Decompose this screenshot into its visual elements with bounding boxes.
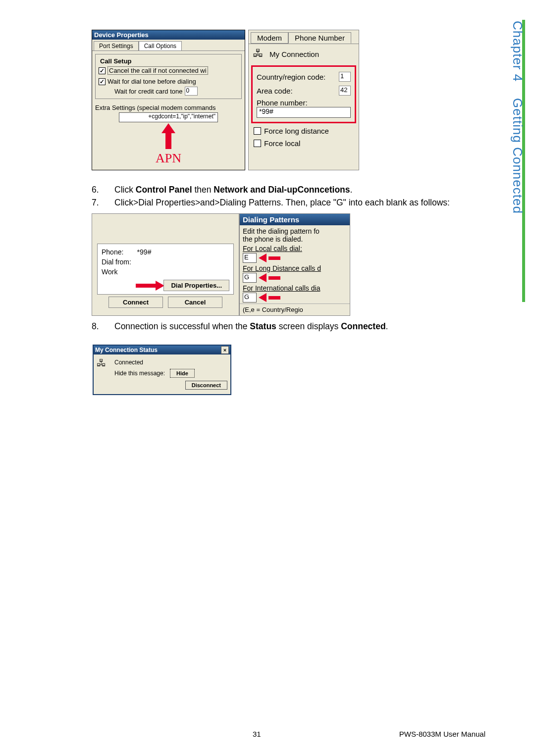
page-footer: 31 PWS-8033M User Manual [0,730,535,738]
step-number: 6. [92,184,102,196]
hide-button[interactable]: Hide [170,369,195,378]
apn-label: APN [92,149,245,170]
dialing-patterns-dialog: Dialing Patterns Edit the dialing patter… [239,213,350,316]
connected-status: Connected [114,357,227,367]
step-text: Click>Dial Properties>and>Dialing Patter… [114,197,488,209]
step-text: Connection is successful when the Status… [114,321,488,333]
force-long-checkbox[interactable] [254,127,261,135]
wait-dialtone-label: Wait for dial tone before dialing [107,78,196,85]
instruction-list: 6. Click Control Panel then Network and … [92,184,488,208]
connect-button[interactable]: Connect [108,297,163,308]
tab-modem[interactable]: Modem [251,32,288,44]
dial-from-label: Dial from: [102,257,229,267]
connection-icon [97,357,110,371]
connection-name: My Connection [269,50,319,58]
cancel-call-checkbox[interactable] [99,67,106,74]
call-setup-fieldset: Call Setup Cancel the call if not connec… [95,54,242,99]
instruction-list: 8. Connection is successful when the Sta… [92,321,488,333]
tab-call-options[interactable]: Call Options [139,41,182,50]
tab-strip: Port Settings Call Options [92,40,245,51]
dial-box-panel: Phone: *99# Dial from: Work Dial Propert… [92,213,239,316]
country-label: Country/region code: [257,73,325,81]
hide-message-label: Hide this message: [114,370,165,377]
arrow-stem [268,256,280,260]
dialing-patterns-title: Dialing Patterns [240,214,350,225]
arrow-left-icon [259,273,267,282]
phone-value: *99# [137,248,152,256]
device-properties-dialog: Device Properties Port Settings Call Opt… [92,30,245,170]
force-local-checkbox[interactable] [254,140,261,147]
arrow-stem [268,276,280,280]
tab-phone-number[interactable]: Phone Number [288,32,351,44]
long-label: For Long Distance calls d [243,264,321,272]
arrow-up-icon [161,123,175,133]
area-input[interactable]: 42 [339,86,351,96]
tab-port-settings[interactable]: Port Settings [94,41,139,50]
chapter-side-text: Chapter 4 Getting Connected [510,21,525,214]
arrow-stem [268,296,280,300]
wait-credit-input[interactable]: 0 [185,87,198,96]
work-label: Work [102,267,229,277]
wait-credit-label: Wait for credit card tone [114,88,183,95]
dp-footnote: (E,e = Country/Regio [240,303,350,315]
device-properties-titlebar: Device Properties [92,30,245,40]
mcs-title-text: My Connection Status [95,347,158,353]
dial-properties-button[interactable]: Dial Properties... [163,280,229,291]
connection-icon [253,47,267,61]
call-setup-legend: Call Setup [99,57,133,65]
intl-label: For International calls dia [243,284,320,292]
force-local-label: Force local [264,139,300,148]
chapter-number: Chapter 4 [510,21,525,82]
extra-settings-label: Extra Settings (special modem commands [92,102,245,112]
dp-subtitle2: the phone is dialed. [243,235,347,243]
page-number: 31 [253,730,261,738]
arrow-left-icon [259,293,267,302]
phone-label: Phone: [102,248,123,256]
intl-input[interactable]: G [243,293,257,302]
wait-dialtone-checkbox[interactable] [99,78,106,85]
cancel-button[interactable]: Cancel [168,297,222,308]
close-button[interactable]: × [221,346,229,354]
local-input[interactable]: E [243,253,257,263]
step-text: Click Control Panel then Network and Dia… [114,184,488,196]
chapter-title: Getting Connected [510,98,525,214]
arrow-stem [136,284,156,288]
long-input[interactable]: G [243,273,257,283]
my-connection-status-dialog: My Connection Status × Connected Hide th… [93,345,231,395]
phone-fields-highlight: Country/region code: 1 Area code: 42 Pho… [251,65,356,123]
disconnect-button[interactable]: Disconnect [185,381,227,390]
force-long-label: Force long distance [264,127,329,135]
cancel-call-label: Cancel the call if not connected wi [107,66,208,75]
phone-number-panel: Modem Phone Number My Connection Country… [248,30,359,170]
phone-input[interactable]: *99# [257,107,351,118]
area-label: Area code: [257,87,293,95]
phone-label: Phone number: [257,99,351,107]
step-number: 7. [92,197,102,209]
dp-subtitle1: Edit the dialing pattern fo [243,227,347,235]
step-number: 8. [92,321,102,333]
extra-settings-input[interactable]: +cgdcont=1,"ip","internet" [119,112,218,122]
local-label: For Local calls dial: [243,245,302,252]
arrow-stem [165,133,171,149]
manual-name: PWS-8033M User Manual [399,730,485,738]
country-input[interactable]: 1 [339,72,351,82]
arrow-left-icon [259,253,267,262]
